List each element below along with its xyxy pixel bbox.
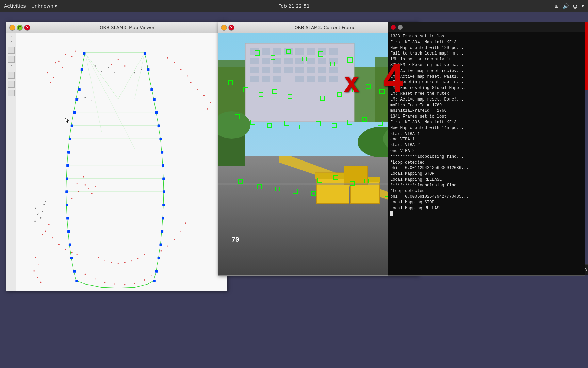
map-svg[interactable] bbox=[16, 33, 227, 291]
terminal-line: *Loop detected bbox=[390, 160, 583, 166]
svg-point-51 bbox=[62, 67, 63, 68]
unknown-label: Unknown bbox=[31, 3, 53, 9]
svg-point-54 bbox=[58, 60, 60, 62]
sidebar-btn-3[interactable] bbox=[8, 72, 15, 79]
terminal-line: First KF:304; Map init KF:3... bbox=[390, 40, 583, 45]
map-viewer-title: ORB-SLAM3: Map Viewer bbox=[30, 25, 224, 30]
svg-point-92 bbox=[131, 260, 132, 261]
svg-point-111 bbox=[37, 277, 38, 278]
terminal-line: mnFirstFrameId = 1769 bbox=[390, 103, 583, 108]
svg-rect-23 bbox=[66, 178, 68, 180]
frame-close-button[interactable]: ✕ bbox=[228, 25, 234, 31]
svg-point-61 bbox=[124, 65, 126, 67]
svg-point-77 bbox=[91, 193, 93, 194]
terminal-line: end VIBA 1 bbox=[390, 137, 583, 142]
svg-rect-40 bbox=[162, 164, 164, 167]
network-icon[interactable]: ⊞ bbox=[555, 3, 559, 9]
map-sidebar: raph de bbox=[6, 33, 16, 291]
activities-button[interactable]: Activities bbox=[4, 3, 26, 9]
terminal-line: Local Mapping STOP bbox=[390, 171, 583, 177]
svg-rect-141 bbox=[307, 48, 315, 55]
terminal-content[interactable]: 1333 Frames set to lostFirst KF:304; Map… bbox=[388, 32, 585, 275]
svg-point-71 bbox=[84, 184, 86, 186]
svg-rect-20 bbox=[69, 138, 71, 140]
window-controls: – □ ✕ bbox=[9, 25, 30, 31]
multiplier-4: 4 bbox=[360, 57, 405, 101]
svg-rect-0 bbox=[19, 33, 224, 291]
svg-point-91 bbox=[124, 262, 126, 263]
svg-rect-36 bbox=[155, 111, 158, 114]
svg-rect-21 bbox=[67, 151, 70, 154]
svg-rect-138 bbox=[273, 48, 281, 55]
svg-text:70: 70 bbox=[232, 236, 239, 243]
desktop: – □ ✕ ORB-SLAM3: Map Viewer raph de bbox=[0, 12, 588, 368]
svg-rect-159 bbox=[329, 67, 338, 73]
terminal-line: SYSTEM-> Reseting active ma... bbox=[390, 62, 583, 68]
svg-rect-163 bbox=[295, 76, 304, 82]
svg-point-69 bbox=[210, 102, 211, 103]
terminal-line: First KF:306; Map init KF:3... bbox=[390, 120, 583, 125]
svg-point-66 bbox=[190, 82, 192, 83]
svg-point-130 bbox=[91, 100, 92, 101]
sidebar-btn-4[interactable] bbox=[8, 81, 15, 88]
svg-point-109 bbox=[38, 264, 39, 265]
terminal-line: 1333 Frames set to lost bbox=[390, 34, 583, 40]
unknown-menu[interactable]: Unknown ▾ bbox=[31, 3, 57, 9]
map-viewer-content[interactable]: raph de bbox=[6, 33, 227, 291]
svg-rect-162 bbox=[273, 76, 281, 82]
terminal-line: IMU is not or recently init... bbox=[390, 57, 583, 62]
multiplier-x: x bbox=[343, 66, 359, 98]
sidebar-btn-5[interactable] bbox=[8, 90, 15, 96]
svg-rect-18 bbox=[73, 111, 76, 114]
red-panel bbox=[585, 22, 588, 90]
svg-point-114 bbox=[37, 214, 38, 215]
svg-point-105 bbox=[134, 283, 135, 284]
svg-point-123 bbox=[108, 67, 109, 68]
terminal-line: LM: Active map reset, waiti... bbox=[390, 74, 583, 80]
svg-point-81 bbox=[58, 244, 60, 245]
terminal-close-btn[interactable] bbox=[391, 25, 396, 30]
svg-point-80 bbox=[52, 237, 53, 238]
svg-rect-17 bbox=[75, 98, 78, 101]
svg-point-87 bbox=[98, 257, 99, 258]
svg-point-94 bbox=[144, 254, 145, 255]
svg-point-125 bbox=[134, 72, 135, 73]
map-canvas[interactable]: raph de bbox=[6, 33, 227, 291]
svg-point-99 bbox=[185, 222, 186, 224]
svg-point-124 bbox=[114, 72, 115, 73]
power-icon[interactable]: ⏻ bbox=[573, 3, 577, 9]
sidebar-btn-1[interactable] bbox=[8, 47, 15, 54]
svg-rect-26 bbox=[66, 217, 69, 220]
svg-point-93 bbox=[137, 258, 139, 259]
svg-rect-31 bbox=[75, 280, 78, 282]
close-button[interactable]: ✕ bbox=[24, 25, 30, 31]
maximize-button[interactable]: □ bbox=[17, 25, 23, 31]
svg-rect-166 bbox=[329, 76, 338, 82]
svg-point-118 bbox=[42, 211, 43, 212]
terminal-window[interactable]: 1333 Frames set to lostFirst KF:304; Map… bbox=[388, 22, 585, 276]
svg-point-108 bbox=[35, 257, 36, 258]
sidebar-btn-2[interactable] bbox=[8, 56, 15, 63]
svg-rect-38 bbox=[159, 138, 162, 140]
svg-rect-19 bbox=[71, 124, 74, 127]
volume-icon[interactable]: 🔊 bbox=[563, 3, 569, 9]
svg-point-129 bbox=[84, 97, 86, 98]
svg-rect-15 bbox=[81, 68, 83, 71]
svg-rect-156 bbox=[295, 67, 304, 73]
svg-rect-27 bbox=[67, 230, 70, 233]
svg-rect-154 bbox=[273, 67, 281, 73]
svg-rect-41 bbox=[162, 178, 165, 180]
frame-minimize-button[interactable]: – bbox=[221, 25, 227, 31]
svg-point-83 bbox=[71, 252, 73, 254]
map-viewer-window: – □ ✕ ORB-SLAM3: Map Viewer raph de bbox=[6, 22, 227, 291]
svg-rect-16 bbox=[78, 88, 81, 91]
svg-point-97 bbox=[174, 239, 175, 240]
svg-point-52 bbox=[47, 72, 48, 73]
svg-point-70 bbox=[207, 108, 208, 110]
svg-point-107 bbox=[151, 275, 152, 276]
minimize-button[interactable]: – bbox=[9, 25, 15, 31]
svg-point-75 bbox=[83, 176, 84, 178]
svg-point-64 bbox=[180, 69, 182, 70]
svg-rect-137 bbox=[262, 48, 270, 55]
terminal-icon bbox=[398, 25, 403, 30]
